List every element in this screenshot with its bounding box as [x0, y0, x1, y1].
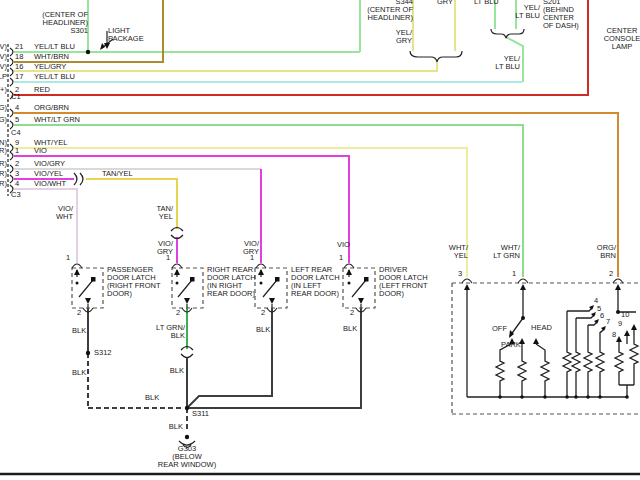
- wiring-diagram-page: (CENTER OF HEADLINER) S301LIGHT PACKAGES…: [0, 0, 640, 480]
- connector-pin-number-3: 3: [15, 170, 19, 178]
- blk-ground: BLK: [169, 423, 183, 431]
- wire-vio-latch4: VIO: [337, 241, 350, 249]
- blk-latch4: BLK: [343, 325, 357, 333]
- connector-pin-label-17: YEL/LT BLU: [34, 73, 75, 81]
- wire-vio-wht-vert: VIO/ WHT: [56, 205, 73, 221]
- blk-latch1-upper: BLK: [72, 327, 86, 335]
- blk-latch2: BLK: [170, 367, 184, 375]
- connector-fragment-3: R): [0, 170, 7, 178]
- wire-lt-blu-top: LT BLU: [474, 0, 499, 6]
- wire-gry-top: GRY: [437, 0, 453, 6]
- connector-pin-number-21: 21: [15, 43, 23, 51]
- connector-pin-label-2: RED: [34, 86, 50, 94]
- connector-pin-number-4: 4: [15, 180, 19, 188]
- connector-fragment-2: R): [0, 160, 7, 168]
- connector-pin-label-4: VIO/WHT: [34, 180, 66, 188]
- s201-location: S201 (BEHIND CENTER OF DASH): [543, 0, 579, 30]
- switch-pin-3: 3: [458, 270, 462, 278]
- connector-fragment-21: V): [0, 43, 7, 51]
- latch4-pin1: 1: [339, 254, 343, 262]
- switch-term-9: 9: [618, 320, 622, 328]
- switch-pos-off: OFF: [492, 325, 507, 333]
- latch2-pin2: 2: [176, 309, 180, 317]
- wire-lt-grn-blk: LT GRN/ BLK: [156, 324, 185, 340]
- connector-pin-label-3: VIO/YEL: [34, 170, 63, 178]
- wire-org-brn-vert: ORG/ BRN: [597, 244, 616, 260]
- wire-wht-yel-vert: WHT/ YEL: [449, 244, 468, 260]
- center-console-lamp: CENTER CONSOLE LAMP: [604, 27, 640, 51]
- connector-pin-number-16: 16: [15, 63, 23, 71]
- switch-term-6: 6: [600, 312, 604, 320]
- s344-location: S344 (CENTER OF HEADLINER): [367, 0, 413, 22]
- latch1-pin1: 1: [66, 254, 70, 262]
- connector-fragment-17: LP: [0, 73, 7, 81]
- connector-fragment-4: G): [0, 104, 7, 112]
- latch1-pin2: 2: [77, 309, 81, 317]
- switch-pin-2: 2: [609, 270, 613, 278]
- connector-pin-label-5: WHT/LT GRN: [34, 116, 80, 124]
- connector-group-C4: C4: [11, 129, 21, 137]
- latch4-pin2: 2: [350, 309, 354, 317]
- connector-pin-number-5: 5: [15, 116, 19, 124]
- connector-pin-label-21: YEL/LT BLU: [34, 43, 75, 51]
- blk-latch3: BLK: [256, 326, 270, 334]
- blk-horizontal: BLK: [145, 394, 159, 402]
- connector-pin-label-2: VIO/GRY: [34, 160, 65, 168]
- latch3-title: LEFT REAR DOOR LATCH (IN LEFT REAR DOOR): [291, 266, 340, 298]
- s201-wire-yel-lt-blu: YEL/ LT BLU: [515, 4, 540, 20]
- connector-group-C1: C1: [11, 93, 21, 101]
- blk-latch1-lower: BLK: [72, 369, 86, 377]
- connector-fragment-16: V): [0, 63, 7, 71]
- connector-pin-label-18: WHT/BRN: [34, 53, 69, 61]
- light-package-note: LIGHT PACKAGE: [108, 27, 144, 43]
- connector-fragment-18: V): [0, 53, 7, 61]
- wire-tan-yel-vert: TAN/ YEL: [156, 205, 173, 221]
- latch3-pin2: 2: [261, 309, 265, 317]
- g303-location: G303 (BELOW REAR WINDOW): [158, 445, 216, 469]
- switch-term-10: 10: [621, 311, 629, 319]
- latch4-title: DRIVER DOOR LATCH (LEFT FRONT DOOR): [379, 266, 428, 298]
- switch-pin-1: 1: [512, 270, 516, 278]
- switch-term-8: 8: [612, 331, 616, 339]
- s301-location: (CENTER OF HEADLINER) S301: [42, 11, 88, 35]
- connector-pin-number-2: 2: [15, 160, 19, 168]
- wire-tan-yel-horiz: TAN/YEL: [102, 170, 133, 178]
- connector-fragment-1: R): [0, 147, 7, 155]
- latch2-title: RIGHT REAR DOOR LATCH (IN RIGHT REAR DOO…: [207, 266, 256, 298]
- wire-vio-gry-latch2: VIO/ GRY: [157, 240, 173, 256]
- connector-fragment-5: G): [0, 116, 7, 124]
- connector-fragment-4: R): [0, 180, 7, 188]
- latch2-pin1: 1: [166, 254, 170, 262]
- wire-wht-lt-grn-vert: WHT/ LT GRN: [493, 244, 520, 260]
- s312: S312: [94, 349, 112, 357]
- connector-pin-label-16: YEL/GRY: [34, 63, 66, 71]
- connector-pin-number-4: 4: [15, 104, 19, 112]
- connector-pin-number-1: 1: [15, 147, 19, 155]
- latch3-pin1: 1: [250, 254, 254, 262]
- switch-pos-park: PARK: [501, 341, 521, 349]
- latch1-title: PASSENGER DOOR LATCH (RIGHT FRONT DOOR): [107, 266, 161, 298]
- switch-pos-head: HEAD: [531, 324, 552, 332]
- connector-group-C3: C3: [11, 191, 21, 199]
- connector-pin-number-18: 18: [15, 53, 23, 61]
- wire-yel-lt-blu-out: YEL/ LT BLU: [495, 55, 520, 71]
- connector-fragment-2: (+): [0, 86, 7, 94]
- label-layer: (CENTER OF HEADLINER) S301LIGHT PACKAGES…: [0, 0, 640, 480]
- s311: S311: [192, 410, 209, 418]
- switch-term-7: 7: [606, 318, 610, 326]
- s344-wire-yel-gry: YEL/ GRY: [396, 29, 412, 45]
- connector-pin-label-4: ORG/BRN: [34, 104, 69, 112]
- connector-pin-label-1: VIO: [34, 147, 47, 155]
- connector-pin-number-17: 17: [15, 73, 23, 81]
